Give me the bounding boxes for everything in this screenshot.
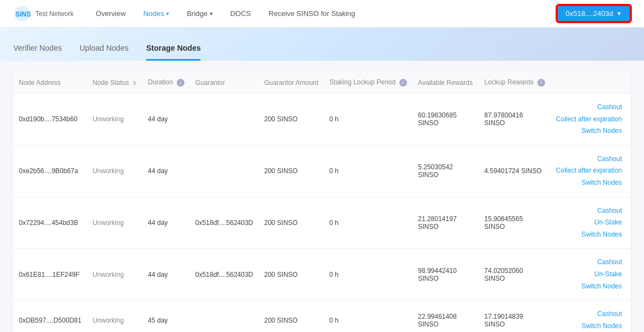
cell-lockup-rewards: 15.90845565 SINSO [479, 197, 551, 249]
node-status-sort-icon[interactable]: ⇅ [133, 81, 137, 86]
cell-address: 0xd190b....7534b60 [13, 94, 87, 146]
action-cashout[interactable]: Cashout [556, 256, 622, 269]
cell-available-rewards: 21.28014197 SINSO [413, 197, 479, 249]
cell-guarantor-amount: 200 SINSO [258, 301, 324, 332]
cell-lockup-period: 0 h [324, 94, 412, 146]
cell-address: 0x72294....454bd3B [13, 197, 87, 249]
action-switch-nodes[interactable]: Switch Nodes [556, 229, 622, 241]
nodes-arrow-icon: ▾ [166, 10, 169, 17]
col-guarantor: Guarantor [190, 72, 259, 94]
cell-actions: CashoutCollect after expirationSwitch No… [551, 94, 631, 146]
cell-lockup-period: 0 h [324, 197, 412, 249]
cell-status: Unworking [87, 249, 142, 301]
bridge-arrow-icon: ▾ [210, 10, 213, 17]
cell-available-rewards: 60.19630685 SINSO [413, 94, 479, 146]
nav-bridge[interactable]: Bridge ▾ [187, 9, 213, 18]
action-switch-nodes[interactable]: Switch Nodes [556, 281, 622, 293]
wallet-address: 0x518....2403d [566, 9, 613, 18]
action-cashout[interactable]: Cashout [556, 101, 622, 114]
cell-status: Unworking [87, 197, 142, 249]
lockup-rewards-info-icon[interactable]: i [537, 79, 545, 87]
nav-overview[interactable]: Overview [96, 9, 125, 18]
action-switch-nodes[interactable]: Switch Nodes [556, 125, 622, 137]
cell-duration: 44 day [142, 249, 190, 301]
cell-duration: 45 day [142, 301, 190, 332]
nodes-table: Node Address Node Status ⇅ Duration i Gu… [13, 72, 631, 332]
cell-actions: CashoutCollect after expirationSwitch No… [551, 145, 631, 197]
cell-lockup-rewards: 4.59401724 SINSO [479, 145, 551, 197]
cell-duration: 44 day [142, 94, 190, 146]
cell-guarantor-amount: 200 SINSO [258, 249, 324, 301]
col-node-status: Node Status ⇅ [87, 72, 142, 94]
action-cashout[interactable]: Cashout [556, 205, 622, 217]
cell-duration: 44 day [142, 145, 190, 197]
logo-area: SINSO Test Network [13, 5, 73, 23]
cell-address: 0x61E81....1EF249F [13, 249, 87, 301]
network-label: Test Network [35, 10, 73, 18]
wallet-chevron-icon: ▼ [616, 10, 622, 17]
cell-guarantor-amount: 200 SINSO [258, 94, 324, 146]
main-content: Node Address Node Status ⇅ Duration i Gu… [0, 61, 644, 332]
col-duration: Duration i [142, 72, 190, 94]
cell-lockup-rewards: 87.97800416 SINSO [479, 94, 551, 146]
cell-status: Unworking [87, 301, 142, 332]
cell-status: Unworking [87, 94, 142, 146]
cell-guarantor [190, 145, 259, 197]
cell-guarantor [190, 301, 259, 332]
col-guarantor-amount: Guarantor Amount [258, 72, 324, 94]
table-row: 0xDB597....D500D81Unworking45 day200 SIN… [13, 301, 631, 332]
cell-duration: 44 day [142, 197, 190, 249]
cell-address: 0xe2b56....9B0b67a [13, 145, 87, 197]
staking-lockup-info-icon[interactable]: i [399, 79, 407, 87]
cell-actions: CashoutUn-StakeSwitch Nodes [551, 197, 631, 249]
action-cashout[interactable]: Cashout [556, 308, 622, 320]
table-row: 0x72294....454bd3BUnworking44 day0x518df… [13, 197, 631, 249]
action-switch-nodes[interactable]: Switch Nodes [556, 320, 622, 332]
cell-status: Unworking [87, 145, 142, 197]
tabs-bar: Verifier Nodes Upload Nodes Storage Node… [0, 28, 644, 61]
header: SINSO Test Network Overview Nodes ▾ Brid… [0, 0, 644, 28]
sinso-logo-icon: SINSO [13, 5, 31, 23]
action-collect-after-expiration[interactable]: Collect after expiration [556, 165, 622, 177]
cell-guarantor [190, 94, 259, 146]
cell-lockup-rewards: 17.19014839 SINSO [479, 301, 551, 332]
cell-guarantor: 0x518df....562403D [190, 249, 259, 301]
cell-actions: CashoutSwitch Nodes [551, 301, 631, 332]
cell-available-rewards: 5.25030542 SINSO [413, 145, 479, 197]
cell-address: 0xDB597....D500D81 [13, 301, 87, 332]
action-un-stake[interactable]: Un-Stake [556, 217, 622, 229]
col-staking-lockup: Staking Lockup Period i [324, 72, 412, 94]
nav-nodes[interactable]: Nodes ▾ [144, 9, 170, 18]
action-cashout[interactable]: Cashout [556, 153, 622, 165]
table-row: 0x61E81....1EF249FUnworking44 day0x518df… [13, 249, 631, 301]
col-available-rewards: Available Rewards [413, 72, 479, 94]
action-un-stake[interactable]: Un-Stake [556, 269, 622, 281]
tab-storage-nodes[interactable]: Storage Nodes [146, 44, 201, 61]
svg-text:SINSO: SINSO [15, 10, 31, 18]
nav-receive-sinso[interactable]: Receive SINSO for Staking [268, 9, 355, 18]
cell-lockup-period: 0 h [324, 301, 412, 332]
cell-available-rewards: 22.99461408 SINSO [413, 301, 479, 332]
col-lockup-rewards: Lockup Rewards i [479, 72, 551, 94]
cell-lockup-period: 0 h [324, 249, 412, 301]
duration-info-icon[interactable]: i [177, 79, 184, 87]
cell-available-rewards: 98.99442410 SINSO [413, 249, 479, 301]
action-collect-after-expiration[interactable]: Collect after expiration [556, 114, 622, 126]
cell-guarantor-amount: 200 SINSO [258, 145, 324, 197]
main-nav: Overview Nodes ▾ Bridge ▾ DOCS Receive S… [96, 9, 557, 18]
action-switch-nodes[interactable]: Switch Nodes [556, 177, 622, 189]
cell-lockup-rewards: 74.02052060 SINSO [479, 249, 551, 301]
tab-verifier-nodes[interactable]: Verifier Nodes [13, 44, 62, 61]
nav-docs[interactable]: DOCS [230, 9, 251, 18]
col-node-address: Node Address [13, 72, 87, 94]
cell-actions: CashoutUn-StakeSwitch Nodes [551, 249, 631, 301]
cell-guarantor-amount: 200 SINSO [258, 197, 324, 249]
nodes-table-container: Node Address Node Status ⇅ Duration i Gu… [13, 72, 631, 332]
cell-guarantor: 0x518df....562403D [190, 197, 259, 249]
table-row: 0xd190b....7534b60Unworking44 day200 SIN… [13, 94, 631, 146]
col-actions [551, 72, 631, 94]
wallet-button[interactable]: 0x518....2403d ▼ [557, 5, 631, 22]
table-row: 0xe2b56....9B0b67aUnworking44 day200 SIN… [13, 145, 631, 197]
tab-upload-nodes[interactable]: Upload Nodes [80, 44, 129, 61]
table-header-row: Node Address Node Status ⇅ Duration i Gu… [13, 72, 631, 94]
